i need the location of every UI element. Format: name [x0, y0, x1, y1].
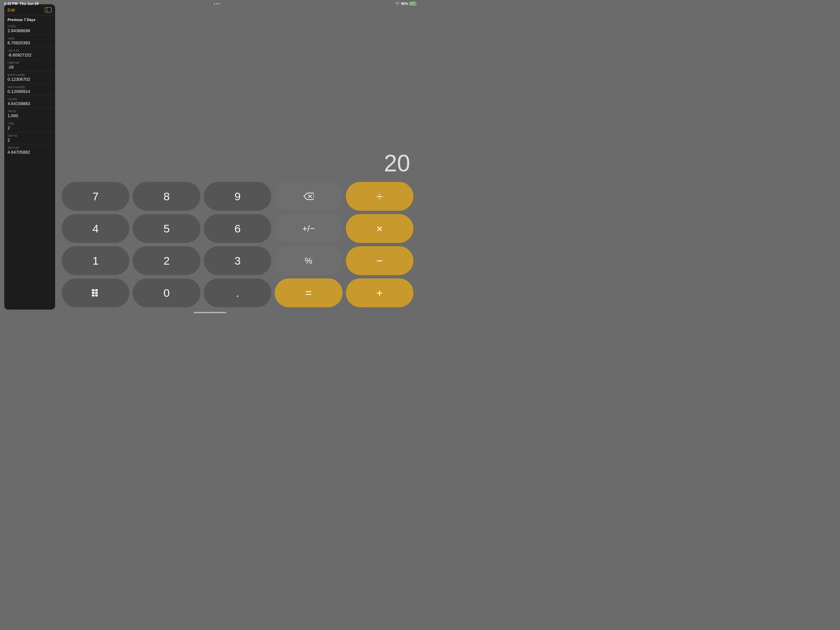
btn-7[interactable]: 7 — [62, 182, 129, 211]
history-result: 4.64705882 — [8, 150, 52, 155]
btn-percent[interactable]: % — [275, 246, 342, 275]
history-item[interactable]: 78×20 1,560 — [4, 108, 55, 120]
btn-4[interactable]: 4 — [62, 214, 129, 243]
btn-9[interactable]: 9 — [204, 182, 272, 211]
history-expr: sin(7×cos(8)) — [8, 85, 52, 89]
dot-3 — [218, 3, 219, 4]
home-indicator — [194, 312, 226, 313]
history-result: 2 — [8, 138, 52, 142]
btn-minus[interactable]: − — [346, 246, 414, 275]
battery-fill — [410, 3, 415, 5]
history-expr: ³√(100) — [8, 98, 52, 101]
history-result: 4.64158883 — [8, 101, 52, 106]
svg-rect-8 — [95, 292, 98, 294]
history-item[interactable]: √(45) 6.70820393 — [4, 35, 55, 47]
calculator: 20 789 ÷456+/−×123%− 0.=+ — [55, 0, 420, 315]
history-item[interactable]: ³√(23) 2.84386698 — [4, 23, 55, 35]
battery-percent: 96% — [401, 2, 408, 6]
status-bar: 2:42 PM Thu Jun 20 96% — [0, 0, 420, 7]
history-expr: ³√(23) — [8, 25, 52, 28]
dot-2 — [216, 3, 217, 4]
svg-rect-5 — [92, 292, 95, 294]
btn-3[interactable]: 3 — [204, 246, 272, 275]
btn-dot[interactable]: . — [204, 279, 272, 307]
history-result: 2 — [8, 125, 52, 130]
history-result: -8.60927152 — [8, 52, 52, 57]
status-center-dots — [214, 3, 219, 4]
history-result: 1,560 — [8, 113, 52, 118]
wifi-icon — [395, 2, 399, 5]
history-result: 2.84386698 — [8, 28, 52, 33]
btn-5[interactable]: 5 — [133, 214, 200, 243]
btn-plus[interactable]: + — [346, 279, 414, 307]
calculator-display: 20 — [62, 150, 414, 182]
buttons-grid: 789 ÷456+/−×123%− 0.=+ — [62, 182, 414, 307]
history-list[interactable]: ³√(23) 2.84386698 √(45) 6.70820393 -26÷3… — [4, 23, 55, 310]
edit-button[interactable]: Edit — [8, 8, 15, 13]
sidebar-title: Previous 7 Days — [4, 15, 55, 23]
btn-plusminus[interactable]: +/− — [275, 214, 342, 243]
history-item[interactable]: -26÷3.02 -8.60927152 — [4, 47, 55, 59]
history-expr: 102÷51 — [8, 134, 52, 137]
battery-icon — [409, 2, 416, 5]
history-item[interactable]: (-89)+63 -26 — [4, 59, 55, 71]
btn-calc[interactable] — [62, 279, 129, 307]
history-item[interactable]: 102÷51 2 — [4, 132, 55, 144]
btn-8[interactable]: 8 — [133, 182, 200, 211]
history-expr: √(45) — [8, 37, 52, 40]
history-expr: sin(7)÷cos(8) — [8, 73, 52, 76]
btn-6[interactable]: 6 — [204, 214, 272, 243]
svg-rect-7 — [95, 289, 98, 291]
history-expr: 553÷119 — [8, 146, 52, 149]
history-item[interactable]: 553÷119 4.64705882 — [4, 144, 55, 156]
svg-rect-6 — [92, 294, 95, 296]
svg-rect-9 — [95, 294, 98, 296]
history-item[interactable]: ³√(100) 4.64158883 — [4, 96, 55, 108]
history-expr: (-89)+63 — [8, 61, 52, 64]
btn-0[interactable]: 0 — [133, 279, 200, 307]
history-result: 0.12068914 — [8, 89, 52, 94]
btn-backspace[interactable] — [275, 182, 342, 211]
btn-divide[interactable]: ÷ — [346, 182, 414, 211]
svg-rect-4 — [92, 289, 95, 291]
history-item[interactable]: ³√(8) 2 — [4, 120, 55, 132]
history-sidebar: Edit Previous 7 Days ³√(23) 2.84386698 √… — [4, 4, 55, 310]
btn-1[interactable]: 1 — [62, 246, 129, 275]
status-right: 96% — [395, 2, 416, 6]
status-time: 2:42 PM Thu Jun 20 — [4, 2, 39, 6]
btn-multiply[interactable]: × — [346, 214, 414, 243]
history-item[interactable]: sin(7)÷cos(8) 0.12306702 — [4, 71, 55, 84]
panel-toggle-icon[interactable] — [45, 7, 52, 13]
dot-1 — [214, 3, 215, 4]
history-item[interactable]: sin(7×cos(8)) 0.12068914 — [4, 84, 55, 96]
history-result: 6.70820393 — [8, 40, 52, 45]
history-result: -26 — [8, 65, 52, 70]
btn-equals[interactable]: = — [275, 279, 342, 307]
history-expr: -26÷3.02 — [8, 49, 52, 52]
history-expr: ³√(8) — [8, 122, 52, 125]
history-result: 0.12306702 — [8, 77, 52, 82]
svg-rect-0 — [45, 8, 52, 13]
btn-2[interactable]: 2 — [133, 246, 200, 275]
history-expr: 78×20 — [8, 110, 52, 113]
display-value: 20 — [384, 150, 410, 176]
